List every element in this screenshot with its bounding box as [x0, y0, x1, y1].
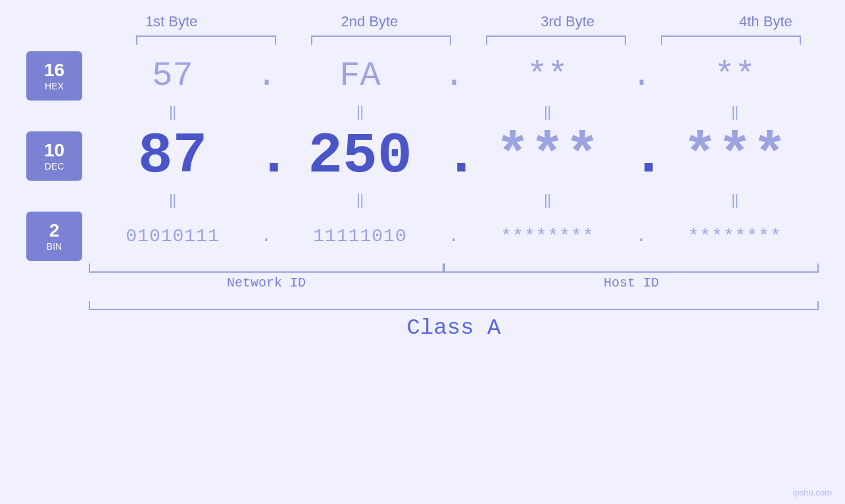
- eq3: ‖: [464, 103, 631, 121]
- dec-dot2: .: [444, 124, 464, 189]
- hex-dot2: .: [444, 57, 464, 95]
- hex-badge: 16 HEX: [26, 51, 82, 101]
- top-bracket-1: [136, 35, 276, 45]
- bin-byte4: ********: [651, 226, 819, 246]
- byte1-header: 1st Byte: [72, 13, 270, 35]
- bin-badge: 2 BIN: [26, 212, 82, 261]
- hex-byte3: **: [464, 57, 631, 95]
- bottom-bracket-network: [89, 263, 444, 273]
- top-bracket-3: [486, 35, 626, 45]
- bin-byte1: 01010111: [89, 226, 256, 246]
- hex-badge-label: HEX: [45, 81, 64, 91]
- full-bottom-bracket: [89, 301, 819, 310]
- top-bracket-2: [311, 35, 451, 45]
- bin-badge-label: BIN: [47, 241, 62, 252]
- dec-badge-label: DEC: [45, 161, 64, 172]
- hex-byte2: FA: [276, 57, 444, 95]
- eq4: ‖: [651, 103, 819, 121]
- eq3b: ‖: [464, 191, 631, 209]
- dec-byte3: ***: [464, 124, 631, 189]
- bin-dot2: .: [444, 226, 464, 246]
- byte3-header: 3rd Byte: [469, 13, 667, 35]
- class-label: Class A: [89, 315, 819, 340]
- eq1b: ‖: [89, 191, 256, 209]
- eq4b: ‖: [651, 191, 819, 209]
- dec-badge: 10 DEC: [26, 131, 82, 181]
- hex-byte4: **: [651, 57, 819, 95]
- watermark: ipshu.com: [793, 488, 832, 497]
- bin-dot1: .: [256, 226, 276, 246]
- dec-dot1: .: [256, 124, 276, 189]
- dec-byte1: 87: [89, 124, 256, 189]
- top-bracket-4: [661, 35, 801, 45]
- eq2: ‖: [276, 103, 444, 121]
- network-id-label: Network ID: [89, 275, 444, 290]
- hex-dot3: .: [631, 57, 651, 95]
- bin-byte3: ********: [464, 226, 631, 246]
- dec-byte2: 250: [276, 124, 444, 189]
- bin-byte2: 11111010: [276, 226, 444, 246]
- bin-badge-num: 2: [49, 221, 60, 241]
- hex-badge-num: 16: [44, 60, 64, 81]
- bottom-bracket-host: [444, 263, 819, 273]
- eq2b: ‖: [276, 191, 444, 209]
- host-id-label: Host ID: [444, 275, 819, 290]
- byte4-header: 4th Byte: [667, 13, 845, 35]
- dec-badge-num: 10: [44, 141, 64, 161]
- eq1: ‖: [89, 103, 256, 121]
- dec-byte4: ***: [651, 124, 819, 189]
- hex-dot1: .: [256, 57, 276, 95]
- bin-dot3: .: [631, 226, 651, 246]
- hex-byte1: 57: [89, 57, 256, 95]
- dec-dot3: .: [631, 124, 651, 189]
- byte2-header: 2nd Byte: [270, 13, 468, 35]
